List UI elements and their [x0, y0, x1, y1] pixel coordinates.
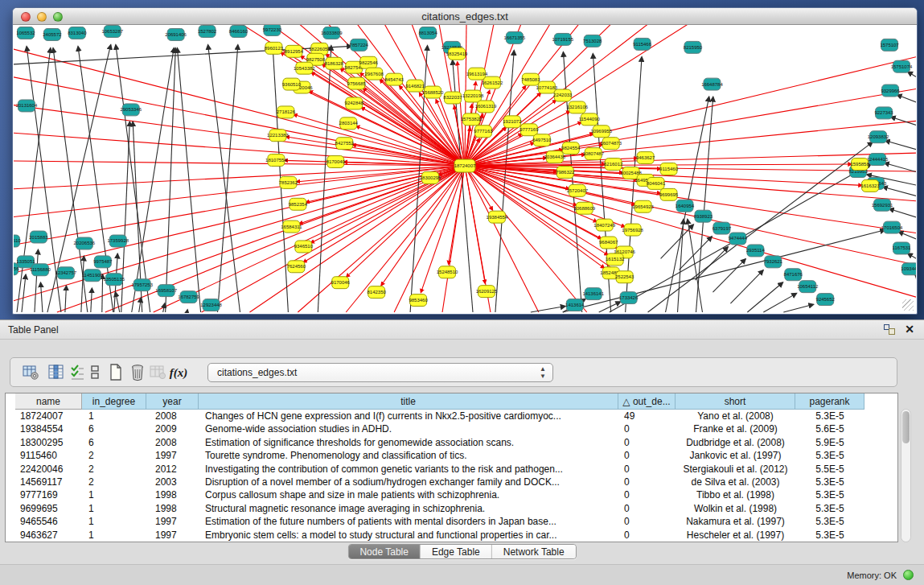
network-node[interactable]: 16584311 — [281, 220, 302, 233]
delete-table-icon[interactable] — [127, 362, 148, 383]
network-node[interactable]: 29053346 — [120, 104, 142, 116]
network-node[interactable]: 17359928 — [107, 235, 129, 247]
network-node[interactable]: 6497510 — [532, 134, 552, 146]
table-row[interactable]: 1830029562008Estimation of significance … — [6, 436, 897, 449]
network-node[interactable]: 9463627 — [636, 152, 655, 164]
network-node[interactable]: 13505135 — [103, 274, 125, 286]
network-node[interactable]: 12093832 — [868, 131, 889, 143]
network-node[interactable]: 8427552 — [335, 138, 355, 150]
network-node[interactable]: 10654112 — [797, 281, 819, 293]
column-header-short[interactable]: short — [676, 393, 795, 410]
network-node[interactable]: 18724007 — [454, 159, 476, 172]
network-node[interactable]: 8142350 — [368, 286, 387, 299]
network-window-titlebar[interactable]: citations_edges.txt — [13, 8, 917, 25]
network-node[interactable]: 11451900 — [82, 270, 104, 282]
network-node[interactable]: 1167531 — [893, 242, 912, 254]
network-node[interactable]: 12342757 — [55, 267, 77, 279]
network-node[interactable]: 8186328 — [325, 57, 344, 69]
network-canvas[interactable]: 1065532240557283130401065328720691406152… — [14, 25, 916, 313]
network-node[interactable]: 8912954 — [285, 45, 304, 57]
close-panel-icon[interactable]: ✕ — [905, 323, 914, 336]
network-node[interactable]: 8313040 — [68, 27, 87, 39]
function-builder-icon[interactable]: f(x) — [168, 362, 189, 383]
tab-edge-table[interactable]: Edge Table — [421, 545, 492, 559]
network-node[interactable]: 7986322 — [556, 167, 575, 179]
network-node[interactable]: 9474444 — [729, 233, 748, 245]
network-node[interactable]: 9699695 — [659, 188, 679, 200]
network-node[interactable]: 20206536 — [74, 237, 96, 249]
network-node[interactable]: 8813054 — [418, 27, 437, 39]
network-node[interactable]: 16261522 — [482, 76, 503, 89]
column-header-pagerank[interactable]: pagerank — [795, 393, 864, 410]
network-node[interactable]: 20691406 — [165, 28, 187, 40]
network-node[interactable]: 16074873 — [600, 138, 622, 150]
network-node[interactable]: 16061319 — [475, 101, 497, 113]
network-node[interactable]: 2718126 — [277, 106, 296, 118]
network-node[interactable]: 2015883 — [29, 231, 48, 243]
network-node[interactable]: 14136141 — [582, 288, 604, 300]
column-header-in_degree[interactable]: in_degree — [82, 393, 146, 410]
network-node[interactable]: 8046041 — [647, 177, 666, 189]
network-node[interactable]: 9756685 — [347, 77, 367, 89]
network-node[interactable]: 20364436 — [544, 151, 565, 163]
network-node[interactable]: 12213383 — [267, 130, 289, 142]
network-node[interactable]: 8466160 — [229, 25, 248, 37]
network-node[interactable]: 9170046 — [331, 277, 351, 289]
network-node[interactable]: 6379197 — [713, 222, 732, 234]
table-settings-icon[interactable] — [20, 362, 41, 383]
window-resize-grip[interactable] — [902, 299, 914, 311]
network-node[interactable]: 15248510 — [437, 266, 458, 278]
network-node[interactable]: 15688520 — [422, 86, 444, 98]
network-node[interactable]: 2522543 — [615, 271, 634, 283]
network-node[interactable]: 15692931 — [872, 199, 893, 211]
table-row[interactable]: 946362711997Embryonic stem cells: a mode… — [6, 529, 897, 542]
network-node[interactable]: 8215950 — [684, 41, 703, 53]
column-header-title[interactable]: title — [199, 393, 618, 410]
network-node[interactable]: 9975487 — [93, 256, 113, 268]
table-row[interactable]: 2242004622012Investigating the contribut… — [6, 463, 897, 476]
row-height-icon[interactable] — [84, 362, 105, 383]
network-node[interactable]: 10653287 — [101, 25, 123, 37]
network-node[interactable]: 2405572 — [43, 28, 62, 40]
network-node[interactable]: 8454743 — [385, 73, 405, 85]
network-window[interactable]: citations_edges.txt 10655322405572831304… — [12, 7, 918, 315]
new-table-icon[interactable] — [105, 362, 126, 383]
network-node[interactable]: 1921072 — [503, 116, 522, 128]
network-node[interactable]: 1575107 — [880, 39, 899, 51]
tab-node-table[interactable]: Node Table — [348, 545, 421, 559]
network-node[interactable]: 9777163 — [474, 126, 493, 138]
network-node[interactable]: 9115466 — [633, 38, 652, 50]
network-node[interactable]: 1527802 — [198, 25, 217, 37]
table-row[interactable]: 1456911722003Disruption of a novel membe… — [6, 476, 897, 488]
network-node[interactable]: 18107554 — [265, 154, 287, 167]
network-node[interactable]: 8960123 — [265, 42, 284, 54]
network-node[interactable]: 16671355 — [504, 31, 526, 43]
table-row[interactable]: 1872400712008Changes of HCN gene express… — [6, 410, 897, 422]
network-node[interactable]: 15720407 — [566, 184, 588, 196]
network-node[interactable]: 6216012 — [604, 159, 623, 171]
network-node[interactable]: 12923448 — [200, 299, 222, 311]
table-row[interactable]: 911546021997Tourette syndrome. Phenomeno… — [6, 449, 897, 462]
network-node[interactable]: 19756928 — [622, 224, 643, 236]
network-node[interactable]: 1065532 — [16, 27, 35, 39]
table-row[interactable]: 977716911998Corpus callosum shape and si… — [6, 488, 897, 501]
network-node[interactable]: 8471676 — [784, 269, 803, 281]
network-node[interactable]: 2935114 — [746, 245, 766, 257]
network-node[interactable]: 1615132 — [606, 253, 625, 266]
network-node[interactable]: 9824554 — [561, 142, 581, 154]
network-node[interactable]: 17957253 — [131, 279, 153, 291]
network-node[interactable]: 1616323 — [860, 179, 880, 192]
network-node[interactable]: 7857224 — [350, 39, 369, 51]
import-table-icon[interactable] — [147, 362, 168, 383]
column-chooser-icon[interactable] — [46, 362, 67, 383]
network-node[interactable]: 10688609 — [573, 202, 595, 214]
network-node[interactable]: 15751074 — [891, 60, 913, 72]
network-node[interactable]: 9853460 — [409, 295, 428, 307]
network-node[interactable]: 9852354 — [289, 198, 308, 210]
network-node[interactable]: 18407249 — [593, 219, 615, 231]
network-node[interactable]: 19384554 — [487, 211, 508, 223]
table-row[interactable]: 1938455462009Genome-wide association stu… — [6, 422, 897, 435]
network-node[interactable]: 8938923 — [694, 210, 713, 222]
network-node[interactable]: 10719155 — [552, 33, 573, 45]
network-node[interactable]: 7932621 — [764, 256, 783, 268]
